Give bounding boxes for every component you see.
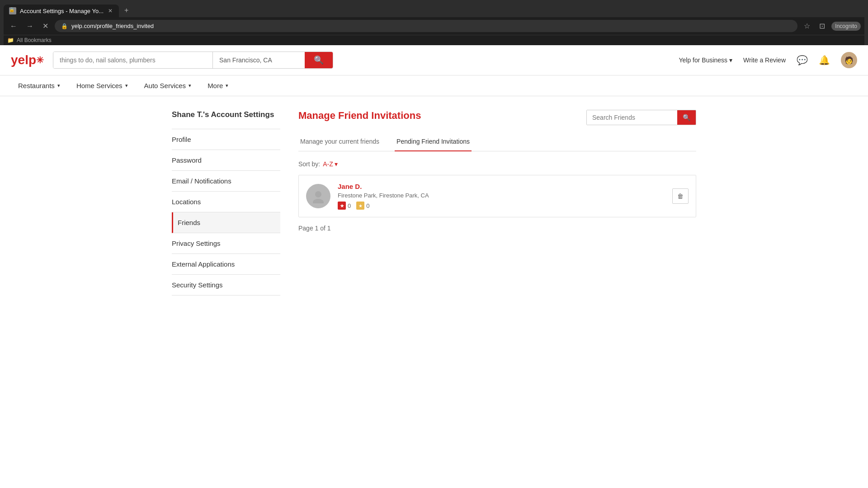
nav-auto-services-chevron: ▾	[189, 83, 191, 89]
nav-restaurants[interactable]: Restaurants ▾	[11, 75, 67, 96]
content-header: Manage Friend Invitations 🔍	[298, 110, 696, 125]
yelp-for-business-text: Yelp for Business	[679, 56, 727, 64]
sidebar: Shane T.'s Account Settings Profile Pass…	[172, 110, 280, 296]
bookmarks-label[interactable]: All Bookmarks	[17, 37, 52, 43]
yelp-star-icon: ✳	[36, 55, 44, 66]
star-count: 0	[366, 202, 369, 209]
nav-restaurants-chevron: ▾	[57, 83, 60, 89]
sidebar-link-email-notifications[interactable]: Email / Notifications	[172, 171, 280, 191]
search-button[interactable]: 🔍	[305, 52, 333, 68]
search-group: 🔍	[53, 52, 333, 69]
nav-restaurants-label: Restaurants	[18, 82, 55, 89]
tab-close-button[interactable]: ✕	[107, 8, 113, 14]
yelp-for-business-link[interactable]: Yelp for Business ▾	[679, 56, 732, 64]
browser-chrome: 🔒 Account Settings - Manage Yo... ✕ + ← …	[0, 0, 868, 45]
sort-row: Sort by: A-Z ▾	[298, 160, 696, 168]
search-friends-group: 🔍	[586, 110, 696, 125]
tab-bar: 🔒 Account Settings - Manage Yo... ✕ +	[4, 4, 864, 17]
browser-nav-right: ☆ ⊡ Incognito	[801, 20, 861, 32]
forward-button[interactable]: →	[24, 20, 36, 32]
review-stat: ★ 0	[338, 202, 351, 210]
yelp-header: yelp✳ 🔍 Yelp for Business ▾ Write a Revi…	[0, 45, 868, 75]
yelp-logo-text: yelp	[11, 53, 36, 67]
url-input[interactable]	[71, 23, 791, 29]
sidebar-link-privacy-settings[interactable]: Privacy Settings	[172, 233, 280, 253]
header-right: Yelp for Business ▾ Write a Review 💬 🔔 🧑	[679, 52, 857, 68]
bookmark-icon[interactable]: ☆	[801, 20, 813, 32]
tab-manage-current-friends-label: Manage your current friends	[300, 138, 379, 145]
main-content: Shane T.'s Account Settings Profile Pass…	[163, 96, 705, 309]
nav-home-services-label: Home Services	[76, 82, 123, 89]
friend-stats: ★ 0 ★ 0	[338, 202, 665, 210]
incognito-badge[interactable]: Incognito	[831, 22, 861, 31]
reload-button[interactable]: ✕	[40, 20, 51, 32]
user-avatar[interactable]: 🧑	[841, 52, 857, 68]
sidebar-link-password[interactable]: Password	[172, 150, 280, 170]
address-bar[interactable]: 🔒	[55, 20, 797, 32]
yelp-logo[interactable]: yelp✳	[11, 53, 44, 67]
yelp-nav: Restaurants ▾ Home Services ▾ Auto Servi…	[0, 75, 868, 96]
sort-link[interactable]: A-Z ▾	[323, 160, 338, 168]
search-friends-button[interactable]: 🔍	[677, 110, 696, 125]
avatar-icon	[311, 189, 326, 203]
new-tab-button[interactable]: +	[121, 4, 132, 17]
nav-more-chevron: ▾	[226, 83, 228, 89]
friend-avatar	[306, 184, 330, 208]
sidebar-link-profile[interactable]: Profile	[172, 129, 280, 150]
write-review-link[interactable]: Write a Review	[743, 56, 786, 64]
location-input[interactable]	[213, 52, 305, 68]
yelp-for-business-chevron: ▾	[729, 56, 732, 64]
delete-invitation-button[interactable]: 🗑	[672, 188, 689, 204]
friend-name[interactable]: Jane D.	[338, 183, 665, 190]
nav-more-label: More	[208, 82, 223, 89]
sidebar-item-email-notifications[interactable]: Email / Notifications	[172, 171, 280, 192]
bookmarks-folder-icon: 📁	[7, 37, 14, 43]
tab-manage-current-friends[interactable]: Manage your current friends	[298, 134, 381, 151]
messages-icon[interactable]: 💬	[797, 55, 808, 66]
sidebar-item-locations[interactable]: Locations	[172, 192, 280, 212]
sort-label: Sort by:	[298, 160, 320, 168]
search-input[interactable]	[53, 52, 212, 68]
active-tab[interactable]: 🔒 Account Settings - Manage Yo... ✕	[4, 5, 119, 17]
star-icon: ★	[356, 202, 364, 210]
back-button[interactable]: ←	[7, 20, 20, 32]
lock-icon: 🔒	[61, 23, 68, 29]
tab-title: Account Settings - Manage Yo...	[20, 8, 104, 14]
sidebar-item-password[interactable]: Password	[172, 150, 280, 171]
profile-icon[interactable]: ⊡	[816, 20, 828, 32]
svg-point-0	[315, 191, 321, 197]
sidebar-item-external-applications[interactable]: External Applications	[172, 254, 280, 275]
sidebar-item-privacy-settings[interactable]: Privacy Settings	[172, 233, 280, 254]
sidebar-link-friends[interactable]: Friends	[173, 212, 280, 233]
nav-home-services-chevron: ▾	[125, 83, 128, 89]
pagination: Page 1 of 1	[298, 225, 696, 232]
review-icon: ★	[338, 202, 346, 210]
sidebar-nav: Profile Password Email / Notifications L…	[172, 129, 280, 296]
svg-point-1	[313, 199, 324, 203]
nav-auto-services-label: Auto Services	[144, 82, 186, 89]
tab-pending-invitations[interactable]: Pending Friend Invitations	[395, 134, 472, 151]
sidebar-item-profile[interactable]: Profile	[172, 129, 280, 150]
tab-pending-invitations-label: Pending Friend Invitations	[396, 138, 470, 145]
sidebar-link-locations[interactable]: Locations	[172, 192, 280, 212]
nav-home-services[interactable]: Home Services ▾	[69, 75, 135, 96]
sort-value: A-Z	[323, 160, 333, 168]
bookmarks-bar: 📁 All Bookmarks	[4, 35, 864, 45]
nav-more[interactable]: More ▾	[200, 75, 236, 96]
review-count: 0	[348, 202, 351, 209]
search-friends-input[interactable]	[587, 110, 677, 125]
star-stat: ★ 0	[356, 202, 369, 210]
sidebar-link-external-applications[interactable]: External Applications	[172, 254, 280, 274]
sidebar-item-security-settings[interactable]: Security Settings	[172, 275, 280, 296]
sidebar-item-friends[interactable]: Friends	[172, 212, 280, 233]
friend-info: Jane D. Firestone Park, Firestone Park, …	[338, 183, 665, 210]
friend-card: Jane D. Firestone Park, Firestone Park, …	[298, 175, 696, 217]
tab-favicon: 🔒	[9, 7, 16, 14]
content-tabs: Manage your current friends Pending Frie…	[298, 134, 696, 151]
sidebar-link-security-settings[interactable]: Security Settings	[172, 275, 280, 295]
nav-auto-services[interactable]: Auto Services ▾	[137, 75, 199, 96]
browser-nav-bar: ← → ✕ 🔒 ☆ ⊡ Incognito	[4, 17, 864, 35]
sidebar-title: Shane T.'s Account Settings	[172, 110, 280, 120]
notifications-icon[interactable]: 🔔	[819, 55, 830, 66]
sort-chevron-icon: ▾	[335, 160, 338, 168]
